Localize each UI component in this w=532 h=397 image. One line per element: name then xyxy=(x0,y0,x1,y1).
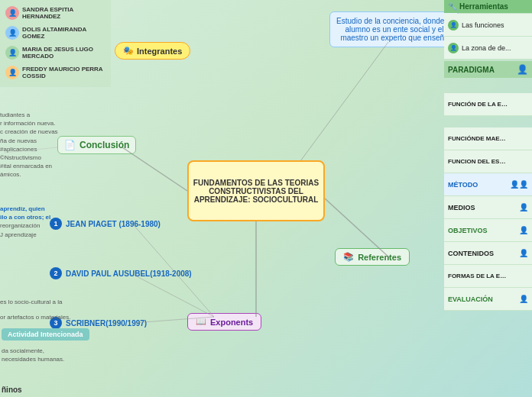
medios-person-icon: 👤 xyxy=(519,203,528,211)
study-node: Estudio de la conciencia, donde el alumn… xyxy=(329,11,459,47)
funcion-escuela-label: FUNCIÓN DE LA ESCUELA xyxy=(448,101,509,108)
metodo-person-icons: 👤👤 xyxy=(510,180,528,189)
evaluacion-label: EVALUACIÓN xyxy=(448,295,493,303)
actividad-label: Actividad Intencionada xyxy=(8,331,83,338)
actividad-button[interactable]: Actividad Intencionada xyxy=(2,328,89,341)
formas-ensenanza-item[interactable]: FORMAS DE LA ENSEÑANZA xyxy=(444,265,532,288)
exponent-name-2: DAVID PAUL AUSUBEL(1918-2008) xyxy=(66,270,192,278)
person-name-1: SANDRA ESPITIA HERNANDEZ xyxy=(22,6,105,20)
exponents-label: Exponents xyxy=(210,318,253,327)
ninos-text: ñinos xyxy=(2,386,22,394)
formas-ensenanza-label: FORMAS DE LA ENSEÑANZA xyxy=(448,273,509,279)
herramientas-section: 🔧 Herramientas xyxy=(444,0,532,13)
person-item-4[interactable]: 👤 FREDDY MAURICIO PERRA COSSID xyxy=(4,63,107,82)
center-node: FUNDAMENTOS DE LAS TEORIAS CONSTRUCTIVIS… xyxy=(187,160,325,221)
exponent-item-2[interactable]: 2 DAVID PAUL AUSUBEL(1918-2008) xyxy=(50,267,192,279)
avatar-4: 👤 xyxy=(5,66,19,79)
avatar-3: 👤 xyxy=(5,46,19,60)
paradigma-header: PARADIGMA 👤 xyxy=(444,61,532,78)
la-zona-label: La zona de de... xyxy=(462,44,511,52)
left-text-block-5: da socialmente, necesidades humanas. xyxy=(2,347,74,363)
left-text-block-3: es lo socio-cultural a la xyxy=(0,298,73,306)
person-item-3[interactable]: 👤 MARIA DE JESUS LUGO MERCADO xyxy=(4,44,107,62)
svg-line-5 xyxy=(134,275,214,317)
integrantes-label: Integrantes xyxy=(137,47,182,56)
la-zona-icon: 👤 xyxy=(448,43,459,53)
las-funciones-icon: 👤 xyxy=(448,20,459,31)
avatar-1: 👤 xyxy=(5,6,19,20)
study-text: Estudio de la conciencia, donde el alumn… xyxy=(336,17,453,42)
referentes-icon: 📚 xyxy=(343,252,354,262)
contenidos-label: CONTENIDOS xyxy=(448,250,494,257)
exponents-node[interactable]: 📖 Exponents xyxy=(187,313,261,331)
referentes-node[interactable]: 📚 Referentes xyxy=(335,248,410,266)
exponent-num-2: 2 xyxy=(50,267,62,279)
funcion-estudiante-label: FUNCION DEL ESTUDIANTE xyxy=(448,158,509,165)
left-text-block-1: tudiantes a r información nueva. c creac… xyxy=(0,111,73,179)
people-list: 👤 SANDRA ESPITIA HERNANDEZ 👤 DOLIS ALTAM… xyxy=(0,0,111,87)
funcion-maestro-label: FUNCIÓNDE MAESTRO xyxy=(448,135,509,142)
objetivos-label: OBJETIVOS xyxy=(448,227,488,234)
referentes-label: Referentes xyxy=(358,253,401,262)
contenidos-person-icon: 👤 xyxy=(519,249,528,257)
spacer-2 xyxy=(444,116,532,127)
person-name-3: MARIA DE JESUS LUGO MERCADO xyxy=(22,46,105,60)
contenidos-item[interactable]: CONTENIDOS 👤 xyxy=(444,242,532,265)
integrantes-icon: 🎭 xyxy=(123,46,134,56)
objetivos-item[interactable]: OBJETIVOS 👤 xyxy=(444,219,532,242)
funcion-maestro-item[interactable]: FUNCIÓNDE MAESTRO xyxy=(444,127,532,150)
center-text: FUNDAMENTOS DE LAS TEORIAS CONSTRUCTIVIS… xyxy=(193,179,319,204)
right-items-container: 🔧 Herramientas 👤 Las funciones 👤 La zona… xyxy=(444,0,532,311)
tool-icon: 🔧 xyxy=(448,2,457,11)
herramientas-label: Herramientas xyxy=(459,2,508,11)
exponents-icon: 📖 xyxy=(196,317,206,327)
integrantes-button[interactable]: 🎭 Integrantes xyxy=(115,42,190,60)
avatar-2: 👤 xyxy=(5,26,19,40)
person-name-4: FREDDY MAURICIO PERRA COSSID xyxy=(22,66,105,79)
metodo-label: MÉTODO xyxy=(448,181,478,189)
metodo-item[interactable]: MÉTODO 👤👤 xyxy=(444,173,532,196)
las-funciones-item[interactable]: 👤 Las funciones xyxy=(444,14,532,37)
evaluacion-person-icon: 👤 xyxy=(519,295,528,303)
la-zona-item[interactable]: 👤 La zona de de... xyxy=(444,37,532,60)
medios-label: MEDIOS xyxy=(448,204,475,211)
mindmap-container: 👤 SANDRA ESPITIA HERNANDEZ 👤 DOLIS ALTAM… xyxy=(0,0,532,397)
funcion-estudiante-item[interactable]: FUNCION DEL ESTUDIANTE xyxy=(444,150,532,173)
person-item-2[interactable]: 👤 DOLIS ALTAMIRANDA GOMEZ xyxy=(4,24,107,42)
spacer-1 xyxy=(444,78,532,93)
svg-line-3 xyxy=(298,42,388,164)
left-text-block-4: or artefactos o materiales. xyxy=(0,313,73,321)
exponent-name-3: SCRIBNER(1990/1997) xyxy=(66,319,147,328)
person-name-2: DOLIS ALTAMIRANDA GOMEZ xyxy=(22,26,105,40)
evaluacion-item[interactable]: EVALUACIÓN 👤 xyxy=(444,288,532,311)
las-funciones-label: Las funciones xyxy=(462,21,504,29)
paradigma-person-icon: 👤 xyxy=(517,64,528,75)
left-text-block-2: aprendiz, quien ilo a con otros; el reor… xyxy=(0,205,73,239)
objetivos-person-icon: 👤 xyxy=(519,226,528,234)
funcion-escuela-item[interactable]: FUNCIÓN DE LA ESCUELA xyxy=(444,93,532,116)
medios-item[interactable]: MEDIOS 👤 xyxy=(444,196,532,219)
conclusion-label: Conclusión xyxy=(79,140,129,150)
person-item-1[interactable]: 👤 SANDRA ESPITIA HERNANDEZ xyxy=(4,4,107,22)
exponent-name-1: JEAN PIAGET (1896-1980) xyxy=(66,220,161,228)
